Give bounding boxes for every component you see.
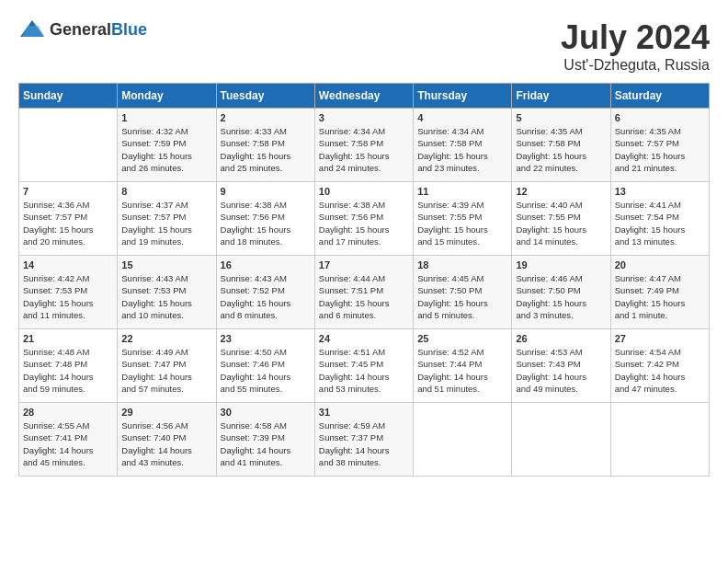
calendar-cell: 1Sunrise: 4:32 AMSunset: 7:59 PMDaylight… xyxy=(118,109,216,182)
day-number: 31 xyxy=(319,407,409,418)
cell-content: Sunrise: 4:56 AMSunset: 7:40 PMDaylight:… xyxy=(121,419,211,468)
day-number: 20 xyxy=(615,259,705,270)
calendar-cell: 27Sunrise: 4:54 AMSunset: 7:42 PMDayligh… xyxy=(610,329,709,403)
calendar-cell xyxy=(19,109,118,182)
cell-content: Sunrise: 4:40 AMSunset: 7:55 PMDaylight:… xyxy=(516,199,606,247)
day-number: 1 xyxy=(121,112,211,123)
calendar-cell xyxy=(512,403,610,477)
cell-content: Sunrise: 4:58 AMSunset: 7:39 PMDaylight:… xyxy=(221,419,311,468)
day-number: 25 xyxy=(417,333,507,344)
location-title: Ust'-Dzheguta, Russia xyxy=(561,57,710,74)
cell-content: Sunrise: 4:47 AMSunset: 7:49 PMDaylight:… xyxy=(615,272,705,321)
logo-icon xyxy=(18,18,46,40)
cell-content: Sunrise: 4:49 AMSunset: 7:47 PMDaylight:… xyxy=(121,346,211,395)
cell-content: Sunrise: 4:59 AMSunset: 7:37 PMDaylight:… xyxy=(319,419,409,468)
calendar-cell: 9Sunrise: 4:38 AMSunset: 7:56 PMDaylight… xyxy=(216,182,314,256)
calendar-table: SundayMondayTuesdayWednesdayThursdayFrid… xyxy=(18,83,710,477)
day-header-thursday: Thursday xyxy=(414,84,512,109)
calendar-cell: 5Sunrise: 4:35 AMSunset: 7:58 PMDaylight… xyxy=(512,109,610,182)
cell-content: Sunrise: 4:36 AMSunset: 7:57 PMDaylight:… xyxy=(23,199,113,247)
day-number: 12 xyxy=(516,186,606,197)
calendar-cell: 28Sunrise: 4:55 AMSunset: 7:41 PMDayligh… xyxy=(19,403,118,477)
cell-content: Sunrise: 4:43 AMSunset: 7:53 PMDaylight:… xyxy=(121,272,211,321)
calendar-cell: 20Sunrise: 4:47 AMSunset: 7:49 PMDayligh… xyxy=(610,256,709,329)
calendar-cell: 13Sunrise: 4:41 AMSunset: 7:54 PMDayligh… xyxy=(610,182,709,256)
cell-content: Sunrise: 4:38 AMSunset: 7:56 PMDaylight:… xyxy=(319,199,409,247)
cell-content: Sunrise: 4:32 AMSunset: 7:59 PMDaylight:… xyxy=(121,125,211,174)
day-number: 7 xyxy=(23,186,113,197)
calendar-cell: 12Sunrise: 4:40 AMSunset: 7:55 PMDayligh… xyxy=(512,182,610,256)
day-header-friday: Friday xyxy=(512,84,610,109)
calendar-cell: 15Sunrise: 4:43 AMSunset: 7:53 PMDayligh… xyxy=(118,256,216,329)
day-number: 26 xyxy=(516,333,606,344)
calendar-cell: 7Sunrise: 4:36 AMSunset: 7:57 PMDaylight… xyxy=(19,182,118,256)
cell-content: Sunrise: 4:51 AMSunset: 7:45 PMDaylight:… xyxy=(319,346,409,395)
calendar-cell: 8Sunrise: 4:37 AMSunset: 7:57 PMDaylight… xyxy=(118,182,216,256)
cell-content: Sunrise: 4:44 AMSunset: 7:51 PMDaylight:… xyxy=(319,272,409,321)
cell-content: Sunrise: 4:39 AMSunset: 7:55 PMDaylight:… xyxy=(417,199,507,247)
day-header-saturday: Saturday xyxy=(610,84,709,109)
day-header-tuesday: Tuesday xyxy=(216,84,314,109)
day-number: 19 xyxy=(516,259,606,270)
day-number: 22 xyxy=(121,333,211,344)
calendar-header-row: SundayMondayTuesdayWednesdayThursdayFrid… xyxy=(19,84,710,109)
cell-content: Sunrise: 4:37 AMSunset: 7:57 PMDaylight:… xyxy=(121,199,211,247)
cell-content: Sunrise: 4:34 AMSunset: 7:58 PMDaylight:… xyxy=(319,125,409,174)
cell-content: Sunrise: 4:41 AMSunset: 7:54 PMDaylight:… xyxy=(615,199,705,247)
cell-content: Sunrise: 4:42 AMSunset: 7:53 PMDaylight:… xyxy=(23,272,113,321)
day-number: 23 xyxy=(221,333,311,344)
calendar-week-row: 14Sunrise: 4:42 AMSunset: 7:53 PMDayligh… xyxy=(19,256,710,329)
day-number: 4 xyxy=(417,112,507,123)
title-area: July 2024 Ust'-Dzheguta, Russia xyxy=(561,18,710,74)
day-number: 15 xyxy=(121,259,211,270)
day-number: 17 xyxy=(319,259,409,270)
cell-content: Sunrise: 4:52 AMSunset: 7:44 PMDaylight:… xyxy=(417,346,507,395)
cell-content: Sunrise: 4:33 AMSunset: 7:58 PMDaylight:… xyxy=(221,125,311,174)
calendar-cell: 17Sunrise: 4:44 AMSunset: 7:51 PMDayligh… xyxy=(314,256,413,329)
day-number: 14 xyxy=(23,259,113,270)
cell-content: Sunrise: 4:48 AMSunset: 7:48 PMDaylight:… xyxy=(23,346,113,395)
calendar-cell xyxy=(414,403,512,477)
calendar-cell: 6Sunrise: 4:35 AMSunset: 7:57 PMDaylight… xyxy=(610,109,709,182)
logo: GeneralBlue xyxy=(18,18,147,40)
day-number: 3 xyxy=(319,112,409,123)
calendar-cell: 25Sunrise: 4:52 AMSunset: 7:44 PMDayligh… xyxy=(414,329,512,403)
day-number: 5 xyxy=(516,112,606,123)
calendar-cell: 29Sunrise: 4:56 AMSunset: 7:40 PMDayligh… xyxy=(118,403,216,477)
day-number: 28 xyxy=(23,407,113,418)
calendar-cell: 16Sunrise: 4:43 AMSunset: 7:52 PMDayligh… xyxy=(216,256,314,329)
month-title: July 2024 xyxy=(561,18,710,57)
calendar-cell: 10Sunrise: 4:38 AMSunset: 7:56 PMDayligh… xyxy=(314,182,413,256)
day-number: 27 xyxy=(615,333,705,344)
day-number: 18 xyxy=(417,259,507,270)
day-number: 13 xyxy=(615,186,705,197)
header: GeneralBlue July 2024 Ust'-Dzheguta, Rus… xyxy=(18,18,710,74)
day-header-monday: Monday xyxy=(118,84,216,109)
calendar-week-row: 21Sunrise: 4:48 AMSunset: 7:48 PMDayligh… xyxy=(19,329,710,403)
day-header-sunday: Sunday xyxy=(19,84,118,109)
day-number: 10 xyxy=(319,186,409,197)
calendar-cell: 2Sunrise: 4:33 AMSunset: 7:58 PMDaylight… xyxy=(216,109,314,182)
calendar-cell: 26Sunrise: 4:53 AMSunset: 7:43 PMDayligh… xyxy=(512,329,610,403)
calendar-cell xyxy=(610,403,709,477)
cell-content: Sunrise: 4:45 AMSunset: 7:50 PMDaylight:… xyxy=(417,272,507,321)
calendar-cell: 4Sunrise: 4:34 AMSunset: 7:58 PMDaylight… xyxy=(414,109,512,182)
calendar-week-row: 28Sunrise: 4:55 AMSunset: 7:41 PMDayligh… xyxy=(19,403,710,477)
day-number: 24 xyxy=(319,333,409,344)
svg-marker-1 xyxy=(22,26,44,37)
cell-content: Sunrise: 4:54 AMSunset: 7:42 PMDaylight:… xyxy=(615,346,705,395)
logo-general: General xyxy=(50,20,111,39)
day-number: 9 xyxy=(221,186,311,197)
cell-content: Sunrise: 4:34 AMSunset: 7:58 PMDaylight:… xyxy=(417,125,507,174)
day-number: 29 xyxy=(121,407,211,418)
calendar-cell: 3Sunrise: 4:34 AMSunset: 7:58 PMDaylight… xyxy=(314,109,413,182)
cell-content: Sunrise: 4:35 AMSunset: 7:58 PMDaylight:… xyxy=(516,125,606,174)
cell-content: Sunrise: 4:43 AMSunset: 7:52 PMDaylight:… xyxy=(221,272,311,321)
day-header-wednesday: Wednesday xyxy=(314,84,413,109)
cell-content: Sunrise: 4:50 AMSunset: 7:46 PMDaylight:… xyxy=(221,346,311,395)
calendar-cell: 21Sunrise: 4:48 AMSunset: 7:48 PMDayligh… xyxy=(19,329,118,403)
day-number: 11 xyxy=(417,186,507,197)
calendar-cell: 22Sunrise: 4:49 AMSunset: 7:47 PMDayligh… xyxy=(118,329,216,403)
calendar-cell: 19Sunrise: 4:46 AMSunset: 7:50 PMDayligh… xyxy=(512,256,610,329)
calendar-cell: 23Sunrise: 4:50 AMSunset: 7:46 PMDayligh… xyxy=(216,329,314,403)
